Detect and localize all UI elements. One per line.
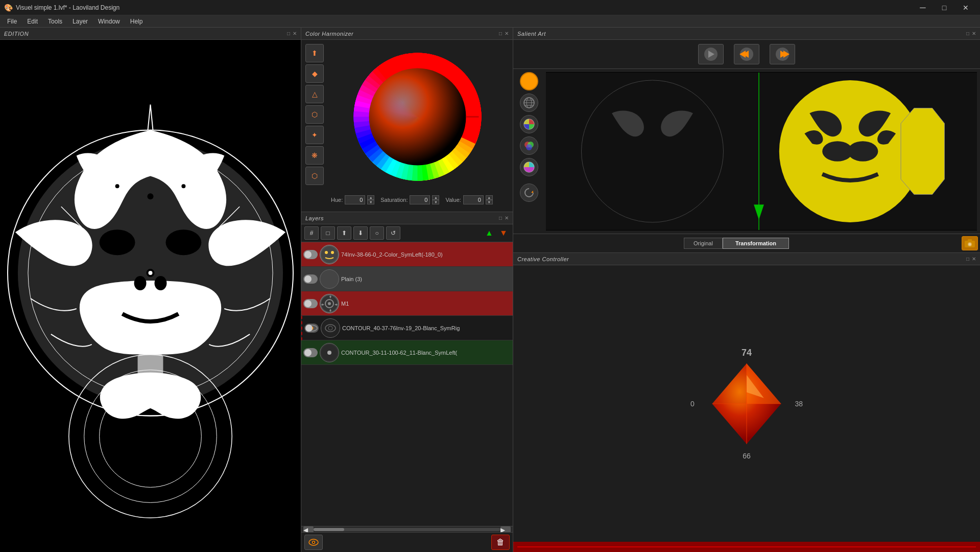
layer-thumb-2: [320, 269, 339, 289]
value-spinner[interactable]: ▲ ▼: [486, 195, 493, 204]
salient-art-header-icons: □ ✕: [966, 31, 976, 36]
svg-point-18: [181, 184, 185, 188]
titlebar-left: 🎨 Visuel simple 1.lvf* - Laoviland Desig…: [4, 4, 119, 12]
layers-refresh-btn[interactable]: ↺: [386, 226, 400, 240]
layer-item[interactable]: CONTOUR_30-11-100-62_11-Blanc_SymLeft(: [301, 340, 513, 365]
color-harmonizer-close-icon[interactable]: ✕: [505, 31, 509, 36]
camera-btn[interactable]: [962, 236, 978, 250]
layer-toggle-2[interactable]: [303, 274, 318, 284]
hue-down[interactable]: ▼: [367, 200, 374, 204]
maximize-button[interactable]: □: [934, 0, 954, 15]
salient-art-restore-icon[interactable]: □: [966, 31, 970, 36]
color-harmonizer-panel: Color Harmonizer □ ✕ ⬆ ◆ △ ⬡ ✦ ❋ ⬡: [301, 28, 513, 212]
salient-globe-btn[interactable]: [520, 94, 538, 112]
diamond-widget[interactable]: 74 38 66 0: [690, 348, 803, 460]
layer-item[interactable]: M1: [301, 291, 513, 316]
salient-art-panel: Salient art □ ✕: [513, 28, 980, 252]
menu-window[interactable]: Window: [93, 17, 125, 26]
menu-edit[interactable]: Edit: [22, 17, 43, 26]
svg-point-23: [331, 251, 334, 254]
scrollbar-thumb[interactable]: [314, 528, 344, 531]
hue-up[interactable]: ▲: [367, 195, 374, 200]
salient-orange-btn[interactable]: [520, 72, 538, 90]
titlebar-controls[interactable]: ─ □ ✕: [913, 0, 976, 15]
tool-btn-2[interactable]: ◆: [305, 64, 324, 83]
creative-controller-title: Creative controller: [517, 256, 569, 262]
svg-point-68: [969, 243, 971, 246]
scroll-right-btn[interactable]: ▶: [500, 526, 511, 533]
hue-spinner[interactable]: ▲ ▼: [367, 195, 374, 204]
layer-toggle-4[interactable]: [304, 324, 319, 333]
layer-toggle-1[interactable]: [303, 250, 318, 259]
creative-controller-close-icon[interactable]: ✕: [972, 256, 976, 262]
minimize-button[interactable]: ─: [913, 0, 933, 15]
close-button[interactable]: ✕: [955, 0, 976, 15]
edition-artwork: [0, 40, 301, 552]
diamond-shape[interactable]: [701, 358, 793, 450]
layer-toggle-5[interactable]: [303, 348, 318, 357]
value-down[interactable]: ▼: [486, 200, 493, 204]
creative-controller-restore-icon[interactable]: □: [966, 256, 970, 262]
edition-restore-icon[interactable]: □: [287, 31, 291, 36]
tool-btn-1[interactable]: ⬆: [305, 44, 324, 62]
value-input[interactable]: [463, 195, 484, 204]
salient-next-btn[interactable]: [770, 44, 795, 64]
tool-btn-7[interactable]: ⬡: [305, 167, 324, 185]
layer-toggle-3[interactable]: [303, 299, 318, 308]
salient-rgb-btn[interactable]: [520, 136, 538, 155]
color-wheel[interactable]: [345, 44, 493, 192]
layers-circle-btn[interactable]: ○: [370, 226, 384, 240]
saturation-down[interactable]: ▼: [432, 200, 439, 204]
color-harmonizer-header-icons: □ ✕: [499, 31, 509, 36]
value-up[interactable]: ▲: [486, 195, 493, 200]
layers-merge-btn[interactable]: ⬇: [353, 226, 368, 240]
layers-close-icon[interactable]: ✕: [505, 215, 509, 221]
scroll-left-btn[interactable]: ◀: [303, 526, 314, 533]
hue-input[interactable]: [345, 195, 365, 204]
layers-restore-icon[interactable]: □: [499, 215, 503, 221]
tool-btn-3[interactable]: △: [305, 85, 324, 103]
salient-art-close-icon[interactable]: ✕: [972, 31, 976, 36]
layers-eye-btn[interactable]: [304, 535, 323, 550]
hsl-controls: Hue: ▲ ▼ Saturation: ▲: [329, 192, 509, 208]
layer-item[interactable]: 74Inv-38-66-0_2-Color_SymLeft(-180_0): [301, 242, 513, 267]
salient-prev-btn[interactable]: [734, 44, 759, 64]
transformation-btn[interactable]: Transformation: [723, 238, 789, 249]
saturation-up[interactable]: ▲: [432, 195, 439, 200]
edition-close-icon[interactable]: ✕: [293, 31, 297, 36]
layer-name-1: 74Inv-38-66-0_2-Color_SymLeft(-180_0): [341, 251, 511, 258]
saturation-spinner[interactable]: ▲ ▼: [432, 195, 439, 204]
original-btn[interactable]: Original: [684, 238, 723, 249]
layers-horizontal-scrollbar[interactable]: ◀ ▶: [301, 526, 513, 532]
layer-name-2: Plain (3): [341, 276, 511, 282]
salient-cmyk-btn[interactable]: [520, 158, 538, 176]
layer-item[interactable]: CONTOUR_40-37-76Inv-19_20-Blanc_SymRig: [301, 316, 513, 340]
menu-layer[interactable]: Layer: [67, 17, 93, 26]
hue-group: Hue: ▲ ▼: [331, 195, 374, 204]
layer-move-down-btn[interactable]: ▼: [497, 227, 510, 239]
layers-delete-btn[interactable]: 🗑: [491, 535, 510, 550]
menu-tools[interactable]: Tools: [43, 17, 67, 26]
layers-tag-btn[interactable]: #: [304, 226, 319, 240]
main-layout: Edition □ ✕: [0, 28, 980, 552]
svg-point-26: [328, 302, 331, 305]
tool-btn-4[interactable]: ⬡: [305, 105, 324, 124]
saturation-input[interactable]: [410, 195, 430, 204]
layer-item[interactable]: Plain (3): [301, 267, 513, 291]
salient-color-wheel-btn[interactable]: [520, 115, 538, 133]
layer-move-up-btn[interactable]: ▲: [483, 227, 495, 239]
color-harmonizer-restore-icon[interactable]: □: [499, 31, 503, 36]
color-harmonizer-header: Color Harmonizer □ ✕: [301, 28, 513, 40]
menu-file[interactable]: File: [2, 17, 22, 26]
tool-btn-5[interactable]: ✦: [305, 126, 324, 144]
creative-controller-header: Creative controller □ ✕: [513, 253, 980, 265]
salient-play-btn[interactable]: [698, 44, 724, 64]
salient-rotate-btn[interactable]: [520, 183, 538, 202]
menu-help[interactable]: Help: [125, 17, 148, 26]
svg-point-4: [100, 229, 135, 255]
tool-btn-6[interactable]: ❋: [305, 146, 324, 165]
layers-copy-btn[interactable]: □: [321, 226, 335, 240]
scrollbar-track[interactable]: [314, 528, 500, 531]
layers-up-btn[interactable]: ⬆: [337, 226, 351, 240]
layer-thumb-4: [321, 318, 340, 338]
